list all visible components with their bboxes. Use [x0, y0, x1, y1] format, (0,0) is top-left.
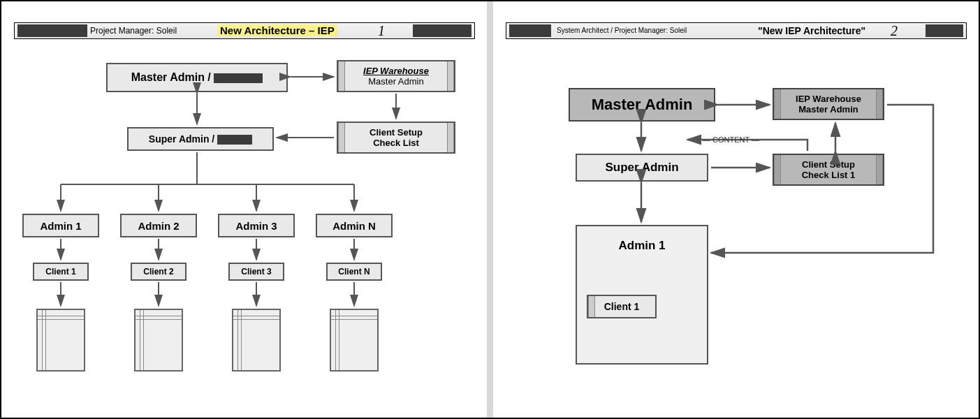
- document-icon: [232, 309, 281, 372]
- client-setup-box: Client SetupCheck List: [337, 122, 455, 154]
- redaction-box: [509, 24, 551, 37]
- client-box: Client N: [326, 263, 382, 281]
- redaction-box: [17, 24, 87, 37]
- document-icon: [134, 309, 183, 372]
- page-number: 2: [891, 23, 898, 39]
- admin-box: Admin 2: [120, 214, 197, 237]
- document-icon: [330, 309, 379, 372]
- page-title: New Architecture – IEP: [217, 24, 337, 36]
- role-label: Project Manager: Soleil: [90, 26, 177, 36]
- page-title: "New IEP Architecture": [758, 25, 865, 36]
- master-admin-box: Master Admin: [569, 88, 715, 122]
- right-panel: System Architect / Project Manager: Sole…: [493, 1, 979, 418]
- iep-warehouse-box: IEP WarehouseMaster Admin: [773, 88, 884, 120]
- document-icon: [36, 309, 85, 372]
- super-admin-box: Super Admin /: [127, 127, 274, 151]
- left-panel: Project Manager: Soleil New Architecture…: [1, 1, 487, 418]
- iep-warehouse-box: IEP WarehouseMaster Admin: [337, 60, 455, 92]
- client-box: Client 3: [228, 263, 284, 281]
- right-arrows: — CONTENT —: [493, 1, 979, 418]
- admin-box: Admin 1: [22, 214, 99, 237]
- page-number: 1: [378, 23, 385, 39]
- redaction-box: [413, 24, 471, 37]
- redaction-box: [926, 24, 963, 37]
- master-admin-box: Master Admin /: [106, 63, 288, 92]
- super-admin-box: Super Admin: [576, 154, 708, 182]
- content-label: — CONTENT —: [703, 135, 759, 144]
- right-titlebar: System Architect / Project Manager: Sole…: [506, 22, 967, 39]
- client-box: Client 1: [587, 295, 657, 318]
- panel-divider: [487, 1, 493, 418]
- admin-box: Admin N: [316, 214, 393, 237]
- client-box: Client 1: [33, 263, 89, 281]
- admin-box: Admin 3: [218, 214, 295, 237]
- left-titlebar: Project Manager: Soleil New Architecture…: [14, 22, 475, 39]
- client-box: Client 2: [131, 263, 187, 281]
- client-setup-box: Client SetupCheck List 1: [773, 154, 884, 186]
- role-label: System Architect / Project Manager: Sole…: [557, 27, 687, 34]
